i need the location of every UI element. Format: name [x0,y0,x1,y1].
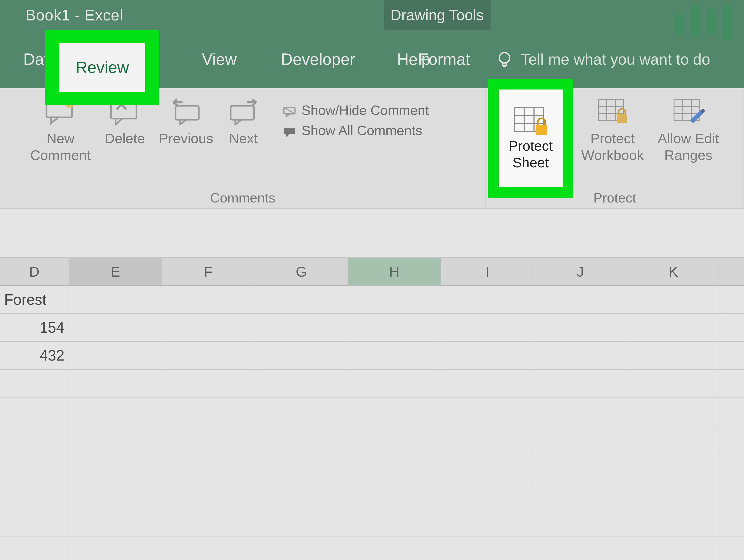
cell-E2[interactable] [69,314,162,341]
cell-J8[interactable] [534,481,627,509]
cell-D4[interactable] [0,370,69,397]
tab-view[interactable]: View [188,43,251,76]
cell-K3[interactable] [627,342,720,369]
cell-J7[interactable] [534,453,627,481]
cell-J1[interactable] [534,286,627,313]
cell-D6[interactable] [0,425,69,453]
cell-H3[interactable] [348,342,441,369]
cell-D3[interactable]: 432 [0,342,69,369]
cell-G2[interactable] [255,314,348,341]
cell-H7[interactable] [348,453,441,481]
cell-G3[interactable] [255,342,348,369]
cell-J10[interactable] [534,537,627,560]
cell-H6[interactable] [348,425,441,453]
previous-comment-button[interactable]: Previous [152,95,220,149]
cell-E5[interactable] [69,398,162,425]
cell-K5[interactable] [627,398,720,425]
cell-H1[interactable] [348,286,441,313]
tell-me-search[interactable]: Tell me what you want to do [495,50,710,69]
cell-E4[interactable] [69,370,162,397]
cell-K10[interactable] [627,537,720,560]
cell-I7[interactable] [441,453,534,481]
cell-E1[interactable] [69,286,162,313]
cell-F2[interactable] [162,314,255,341]
cell-D1[interactable]: Forest [0,286,69,313]
cell-I10[interactable] [441,537,534,560]
cell-E3[interactable] [69,342,162,369]
cell-I8[interactable] [441,481,534,509]
cell-J4[interactable] [534,370,627,397]
cell-E8[interactable] [69,481,162,509]
cell-E10[interactable] [69,537,162,560]
cell-G6[interactable] [255,425,348,453]
cell-F10[interactable] [162,537,255,560]
cell-H8[interactable] [348,481,441,509]
cell-E9[interactable] [69,509,162,536]
tab-format[interactable]: Format [405,43,484,76]
cell-H9[interactable] [348,509,441,536]
cell-K8[interactable] [627,481,720,509]
cell-F6[interactable] [162,425,255,453]
cell-G9[interactable] [255,509,348,536]
cell-J5[interactable] [534,398,627,425]
col-header-E[interactable]: E [69,258,162,285]
cell-D7[interactable] [0,453,69,481]
tab-developer[interactable]: Developer [267,43,369,76]
cell-G10[interactable] [255,537,348,560]
cell-J9[interactable] [534,509,627,536]
cell-I3[interactable] [441,342,534,369]
cell-H2[interactable] [348,314,441,341]
cell-D5[interactable] [0,398,69,425]
cell-I5[interactable] [441,398,534,425]
cell-K7[interactable] [627,453,720,481]
cell-E7[interactable] [69,453,162,481]
col-header-K[interactable]: K [627,258,720,285]
cell-K6[interactable] [627,425,720,453]
cell-K4[interactable] [627,370,720,397]
cell-G7[interactable] [255,453,348,481]
cell-F4[interactable] [162,370,255,397]
cell-E6[interactable] [69,425,162,453]
cell-K2[interactable] [627,314,720,341]
cell-H4[interactable] [348,370,441,397]
cell-K1[interactable] [627,286,720,313]
protect-sheet-button[interactable]: Protect Sheet [499,89,563,187]
show-hide-comment-button[interactable]: Show/Hide Comment [276,102,436,118]
cell-J3[interactable] [534,342,627,369]
protect-workbook-button[interactable]: Protect Workbook [574,95,651,166]
col-header-F[interactable]: F [162,258,255,285]
cell-D2[interactable]: 154 [0,314,69,341]
cell-K9[interactable] [627,509,720,536]
show-all-comments-button[interactable]: Show All Comments [276,122,436,138]
tab-review[interactable]: Review [59,43,145,92]
cell-G1[interactable] [255,286,348,313]
cell-F5[interactable] [162,398,255,425]
col-header-J[interactable]: J [534,258,627,285]
new-comment-button[interactable]: New Comment [23,95,98,166]
cell-D8[interactable] [0,481,69,509]
cell-I6[interactable] [441,425,534,453]
cell-F7[interactable] [162,453,255,481]
cell-J6[interactable] [534,425,627,453]
col-header-G[interactable]: G [255,258,348,285]
allow-edit-ranges-button[interactable]: Allow Edit Ranges [651,95,726,166]
cell-H10[interactable] [348,537,441,560]
cell-J2[interactable] [534,314,627,341]
cell-I1[interactable] [441,286,534,313]
cell-F9[interactable] [162,509,255,536]
cell-I2[interactable] [441,314,534,341]
col-header-D[interactable]: D [0,258,69,285]
cell-G5[interactable] [255,398,348,425]
col-header-I[interactable]: I [441,258,534,285]
cell-D10[interactable] [0,537,69,560]
cell-I9[interactable] [441,509,534,536]
col-header-H[interactable]: H [348,258,441,285]
cell-H5[interactable] [348,398,441,425]
cell-F3[interactable] [162,342,255,369]
cell-G4[interactable] [255,370,348,397]
next-comment-button[interactable]: Next [220,95,267,149]
cell-G8[interactable] [255,481,348,509]
cell-F8[interactable] [162,481,255,509]
cell-F1[interactable] [162,286,255,313]
cell-D9[interactable] [0,509,69,536]
